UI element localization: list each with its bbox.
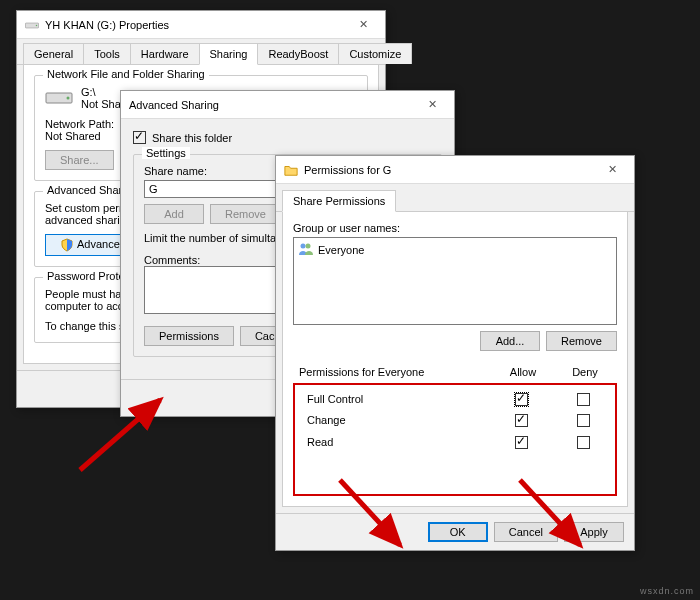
share-folder-checkbox[interactable]: Share this folder [133,131,442,144]
network-path-label: Network Path: [45,118,114,130]
watermark-text: wsxdn.com [640,586,694,596]
network-path-value: Not Shared [45,130,101,142]
deny-full-control-checkbox[interactable] [577,393,590,406]
svg-point-4 [301,244,306,249]
apply-button[interactable]: Apply [564,522,624,542]
permissions-buttons: OK Cancel Apply [276,513,634,550]
users-icon [298,242,314,258]
close-icon[interactable]: ✕ [594,156,630,183]
advanced-sharing-dialog-title: Advanced Sharing [129,99,414,111]
add-share-button[interactable]: Add [144,204,204,224]
tab-hardware[interactable]: Hardware [130,43,200,64]
perm-row-full-control: Full Control [297,389,613,409]
perm-row-change: Change [297,411,613,431]
tab-readyboost[interactable]: ReadyBoost [257,43,339,64]
properties-titlebar[interactable]: YH KHAN (G:) Properties ✕ [17,11,385,39]
allow-change-checkbox[interactable] [515,414,528,427]
permissions-title: Permissions for G [304,164,594,176]
deny-change-checkbox[interactable] [577,414,590,427]
close-icon[interactable]: ✕ [414,91,450,118]
tab-sharing[interactable]: Sharing [199,43,259,65]
drive-small-icon [25,18,39,32]
folder-icon [284,163,298,177]
allow-full-control-checkbox[interactable] [515,393,528,406]
remove-share-button[interactable]: Remove [210,204,281,224]
properties-title: YH KHAN (G:) Properties [45,19,345,31]
permissions-list: Full Control Change Read [293,383,617,496]
checkbox-icon [133,131,146,144]
user-list[interactable]: Everyone [293,237,617,325]
permissions-dialog: Permissions for G ✕ Share Permissions Gr… [275,155,635,551]
shield-icon [60,238,74,252]
settings-label: Settings [142,147,190,159]
svg-point-3 [67,97,70,100]
user-everyone[interactable]: Everyone [298,242,612,258]
properties-tabs: General Tools Hardware Sharing ReadyBoos… [17,39,385,65]
permissions-tabs: Share Permissions [276,184,634,212]
tab-customize[interactable]: Customize [338,43,412,64]
permissions-header-row: Permissions for Everyone Allow Deny [293,361,617,383]
permissions-titlebar[interactable]: Permissions for G ✕ [276,156,634,184]
ok-button[interactable]: OK [428,522,488,542]
deny-read-checkbox[interactable] [577,436,590,449]
close-icon[interactable]: ✕ [345,11,381,38]
add-user-button[interactable]: Add... [480,331,540,351]
permissions-pane: Group or user names: Everyone Add... Rem… [282,212,628,507]
perm-row-read: Read [297,432,613,452]
permissions-for-label: Permissions for Everyone [295,363,491,381]
tab-tools[interactable]: Tools [83,43,131,64]
svg-point-5 [306,244,311,249]
tab-general[interactable]: General [23,43,84,64]
group-user-label: Group or user names: [293,222,617,234]
remove-user-button[interactable]: Remove [546,331,617,351]
network-sharing-title: Network File and Folder Sharing [43,68,209,80]
drive-icon [45,87,73,109]
cancel-button[interactable]: Cancel [494,522,558,542]
svg-point-1 [36,24,38,26]
allow-header: Allow [493,363,553,381]
allow-read-checkbox[interactable] [515,436,528,449]
tab-share-permissions[interactable]: Share Permissions [282,190,396,212]
share-button[interactable]: Share... [45,150,114,170]
advanced-sharing-titlebar[interactable]: Advanced Sharing ✕ [121,91,454,119]
deny-header: Deny [555,363,615,381]
permissions-button[interactable]: Permissions [144,326,234,346]
